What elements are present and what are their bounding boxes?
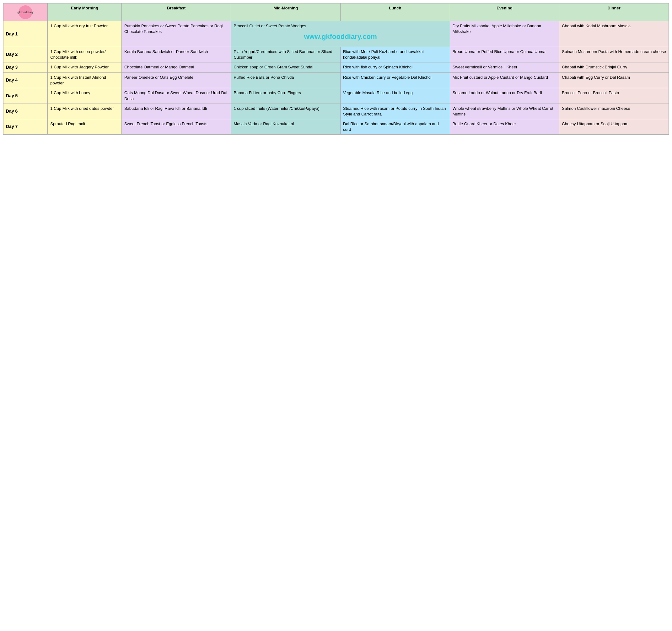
header-breakfast: Breakfast	[121, 3, 231, 21]
breakfast-day6: Sabudana Idli or Ragi Rava Idli or Banan…	[121, 103, 231, 119]
day-label-6: Day 6	[3, 103, 48, 119]
dinner-day7: Cheesy Uttappam or Sooji Uttappam	[559, 119, 669, 135]
day-label-7: Day 7	[3, 119, 48, 135]
evening-day5: Sesame Laddo or Walnut Ladoo or Dry Frui…	[450, 88, 559, 103]
dinner-day1: Chapati with Kadai Mushroom Masala	[559, 21, 669, 47]
day-label-3: Day 3	[3, 63, 48, 73]
mid-morning-day2: Plain Yogurt/Curd mixed with Sliced Bana…	[231, 47, 340, 62]
mid-morning-day6: 1 cup sliced fruits (Watermelon/Chikku/P…	[231, 103, 340, 119]
lunch-day5: Vegetable Masala Rice and boiled egg	[340, 88, 450, 103]
evening-day2: Bread Upma or Puffed Rice Upma or Quinoa…	[450, 47, 559, 62]
mid-morning-day7: Masala Vada or Ragi Kozhukattai	[231, 119, 340, 135]
breakfast-day7: Sweet French Toast or Eggless French Toa…	[121, 119, 231, 135]
breakfast-day4: Paneer Omelete or Oats Egg Omelete	[121, 72, 231, 88]
table-row: Day 61 Cup Milk with dried dates powderS…	[3, 103, 669, 119]
table-row: Day 11 Cup Milk with dry fruit PowderPum…	[3, 21, 669, 47]
mid-morning-day5: Banana Fritters or baby Corn Fingers	[231, 88, 340, 103]
early-morning-day6: 1 Cup Milk with dried dates powder	[48, 103, 122, 119]
breakfast-day5: Oats Moong Dal Dosa or Sweet Wheat Dosa …	[121, 88, 231, 103]
early-morning-day2: 1 Cup Milk with cocoa powder/ Chocolate …	[48, 47, 122, 62]
evening-day3: Sweet vermicelli or Vermicelli Kheer	[450, 63, 559, 73]
table-row: Day 41 Cup Milk with Instant Almond powd…	[3, 72, 669, 88]
dinner-day2: Spinach Mushroom Pasta with Homemade cre…	[559, 47, 669, 62]
early-morning-day3: 1 Cup Milk with Jaggery Powder	[48, 63, 122, 73]
mid-morning-day3: Chicken soup or Green Gram Sweet Sundal	[231, 63, 340, 73]
table-row: Day 7Sprouted Ragi maltSweet French Toas…	[3, 119, 669, 135]
dinner-day4: Chapati with Egg Curry or Dal Rasam	[559, 72, 669, 88]
header-mid-morning: Mid-Morning	[231, 3, 340, 21]
evening-day6: Whole wheat strawberry Muffins or Whole …	[450, 103, 559, 119]
day-label-2: Day 2	[3, 47, 48, 62]
lunch-day3: Rice with fish curry or Spinach Khichdi	[340, 63, 450, 73]
breakfast-day1: Pumpkin Pancakes or Sweet Potato Pancake…	[121, 21, 231, 47]
evening-day7: Bottle Guard Kheer or Dates Kheer	[450, 119, 559, 135]
table-row: Day 51 Cup Milk with honeyOats Moong Dal…	[3, 88, 669, 103]
table-row: Day 21 Cup Milk with cocoa powder/ Choco…	[3, 47, 669, 62]
early-morning-day5: 1 Cup Milk with honey	[48, 88, 122, 103]
early-morning-day1: 1 Cup Milk with dry fruit Powder	[48, 21, 122, 47]
header-early-morning: Early Morning	[48, 3, 122, 21]
header-lunch: Lunch	[340, 3, 450, 21]
watermark-text: www.gkfooddiary.com	[234, 29, 447, 45]
early-morning-day4: 1 Cup Milk with Instant Almond powder	[48, 72, 122, 88]
lunch-day7: Dal Rice or Sambar sadam/Biryani with ap…	[340, 119, 450, 135]
dinner-day5: Broccoli Poha or Broccoli Pasta	[559, 88, 669, 103]
dinner-day3: Chapati with Drumstick Brinjal Curry	[559, 63, 669, 73]
lunch-day6: Steamed Rice with rasam or Potato curry …	[340, 103, 450, 119]
table-row: Day 31 Cup Milk with Jaggery PowderChoco…	[3, 63, 669, 73]
meal-plan-table: gkfooddiary Early Morning Breakfast Mid-…	[3, 3, 669, 135]
day-label-1: Day 1	[3, 21, 48, 47]
lunch-day4: Rice with Chicken curry or Vegetable Dal…	[340, 72, 450, 88]
evening-day1: Dry Fruits Milkshake, Apple Milkshake or…	[450, 21, 559, 47]
day-label-5: Day 5	[3, 88, 48, 103]
header-evening: Evening	[450, 3, 559, 21]
logo: gkfooddiary	[19, 5, 32, 19]
day-label-4: Day 4	[3, 72, 48, 88]
dinner-day6: Salmon Cauliflower macaroni Cheese	[559, 103, 669, 119]
evening-day4: Mix Fruit custard or Apple Custard or Ma…	[450, 72, 559, 88]
header-dinner: Dinner	[559, 3, 669, 21]
mid-morning-day1: Broccoli Cutlet or Sweet Potato Wedgesww…	[231, 21, 450, 47]
breakfast-day2: Kerala Banana Sandwich or Paneer Sandwic…	[121, 47, 231, 62]
breakfast-day3: Chocolate Oatmeal or Mango Oatmeal	[121, 63, 231, 73]
early-morning-day7: Sprouted Ragi malt	[48, 119, 122, 135]
mid-morning-day4: Puffed Rice Balls or Poha Chivda	[231, 72, 340, 88]
lunch-day2: Rice with Mor / Puli Kuzhambu and kovakk…	[340, 47, 450, 62]
logo-cell: gkfooddiary	[3, 3, 48, 21]
